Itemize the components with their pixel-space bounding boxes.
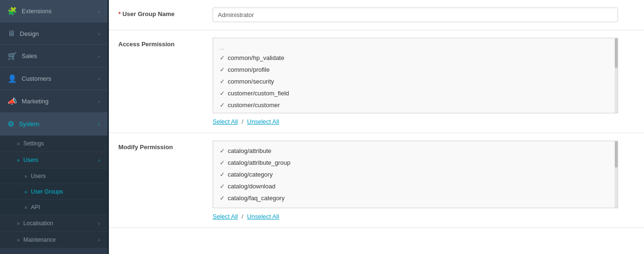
modify-select-all-link[interactable]: Select All <box>213 213 238 220</box>
user-group-name-label-text: User Group Name <box>123 10 175 17</box>
sidebar: 🧩 Extensions › 🖥 Design › 🛒 Sales › 👤 Cu… <box>0 0 107 254</box>
modify-permission-inner: Modify Permission ✓ catalog/attribute ✓ … <box>118 141 635 220</box>
scrollbar-thumb[interactable] <box>615 38 618 68</box>
sidebar-sub2-item-users[interactable]: » Users <box>0 169 107 184</box>
list-item: ✓ catalog/category <box>213 169 618 180</box>
users-dot-icon: » <box>25 174 27 179</box>
modify-permission-item-text: catalog/attribute <box>228 147 272 154</box>
user-group-name-wrapper <box>213 8 635 22</box>
extensions-icon: 🧩 <box>8 7 17 16</box>
check-icon: ✓ <box>220 78 225 85</box>
modify-unselect-all-link[interactable]: Unselect All <box>247 213 279 220</box>
sales-icon: 🛒 <box>8 51 17 60</box>
users-expand-arrow-icon: › <box>98 157 100 163</box>
user-groups-dot-icon: » <box>25 189 27 195</box>
check-icon: ✓ <box>220 54 225 61</box>
marketing-icon: 📣 <box>8 97 17 106</box>
sidebar-sub-item-settings-label: Settings <box>24 140 44 147</box>
sidebar-sub2-item-user-groups[interactable]: » User Groups <box>0 184 107 200</box>
sidebar-sub-item-maintenance[interactable]: » Maintenance › <box>0 232 107 248</box>
modify-permission-item-text: catalog/category <box>228 171 272 178</box>
modify-permission-section: Modify Permission ✓ catalog/attribute ✓ … <box>109 133 644 228</box>
customers-arrow-icon: › <box>98 76 100 82</box>
sidebar-sub-item-settings[interactable]: » Settings <box>0 135 107 152</box>
sidebar-sub2-item-users-label: Users <box>31 173 46 179</box>
list-item: ✓ catalog/attribute <box>213 145 618 157</box>
maintenance-dot-icon: » <box>17 237 20 243</box>
settings-dot-icon: » <box>17 141 20 146</box>
user-group-name-row: * User Group Name <box>109 0 644 30</box>
sidebar-item-extensions-label: Extensions <box>22 8 52 15</box>
sidebar-item-sales-label: Sales <box>22 52 37 59</box>
sidebar-item-system[interactable]: ⚙ System › <box>0 113 107 135</box>
sidebar-sub-item-localisation[interactable]: » Localisation › <box>0 215 107 232</box>
modify-permission-item-text: catalog/attribute_group <box>228 159 290 166</box>
list-item: ✓ customer/custom_field <box>213 87 618 99</box>
users-submenu: » Users » User Groups » API <box>0 169 107 215</box>
access-select-all-link[interactable]: Select All <box>213 118 238 125</box>
check-icon: ✓ <box>220 159 225 166</box>
access-permission-actions: Select All / Unselect All <box>213 118 635 125</box>
list-item: ✓ catalog/faq_category <box>213 192 618 204</box>
sidebar-sub-item-maintenance-label: Maintenance <box>24 237 56 243</box>
list-item: ✓ common/hp_validate <box>213 52 618 64</box>
check-icon: ✓ <box>220 147 225 154</box>
modify-permission-wrapper: ✓ catalog/attribute ✓ catalog/attribute_… <box>213 141 635 220</box>
api-dot-icon: » <box>25 205 27 210</box>
system-arrow-icon: › <box>98 121 100 127</box>
localisation-dot-icon: » <box>17 221 20 226</box>
sales-arrow-icon: › <box>98 53 100 59</box>
check-icon: ✓ <box>220 90 225 97</box>
sidebar-item-customers[interactable]: 👤 Customers › <box>0 68 107 90</box>
marketing-arrow-icon: › <box>98 99 100 104</box>
check-icon: ✓ <box>220 183 225 190</box>
scrollbar-track <box>615 141 618 208</box>
sidebar-sub-item-users-parent[interactable]: » Users › <box>0 152 107 169</box>
sidebar-item-sales[interactable]: 🛒 Sales › <box>0 45 107 68</box>
sidebar-sub2-item-api[interactable]: » API <box>0 200 107 215</box>
access-permission-wrapper: ... ✓ common/hp_validate ✓ common/profil… <box>213 38 635 125</box>
required-star: * <box>118 10 123 17</box>
extensions-arrow-icon: › <box>98 8 100 14</box>
sidebar-item-customers-label: Customers <box>22 75 51 82</box>
design-arrow-icon: › <box>98 31 100 36</box>
list-item: ✓ customer/customer <box>213 99 618 111</box>
sidebar-sub-item-users-parent-label: Users <box>24 157 38 163</box>
modify-permission-label: Modify Permission <box>118 141 213 151</box>
sidebar-item-extensions[interactable]: 🧩 Extensions › <box>0 0 107 23</box>
check-icon: ✓ <box>220 195 225 202</box>
access-separator: / <box>241 118 243 125</box>
sidebar-item-marketing[interactable]: 📣 Marketing › <box>0 90 107 113</box>
scrollbar-thumb[interactable] <box>615 141 618 168</box>
user-group-name-input[interactable] <box>213 8 618 22</box>
access-permission-item-text: common/security <box>228 78 274 85</box>
system-submenu: » Settings » Users › » Users » User Grou… <box>0 135 107 248</box>
system-icon: ⚙ <box>8 119 14 128</box>
access-permission-section: Access Permission ... ✓ common/hp_valida… <box>109 30 644 133</box>
access-unselect-all-link[interactable]: Unselect All <box>247 118 279 125</box>
sidebar-item-marketing-label: Marketing <box>22 98 49 105</box>
modify-permission-item-text: catalog/download <box>228 183 275 190</box>
sidebar-sub2-item-user-groups-label: User Groups <box>31 188 63 195</box>
maintenance-arrow-icon: › <box>98 237 100 243</box>
modify-permission-actions: Select All / Unselect All <box>213 213 635 220</box>
sidebar-sub-item-localisation-label: Localisation <box>24 220 53 227</box>
customers-icon: 👤 <box>8 74 17 83</box>
user-group-name-label: * User Group Name <box>118 8 213 17</box>
list-item: ✓ common/security <box>213 76 618 87</box>
list-item: ✓ common/profile <box>213 64 618 76</box>
sidebar-item-system-label: System <box>19 120 39 127</box>
access-permission-item-text: customer/custom_field <box>228 90 289 97</box>
partial-item-text: ... <box>220 44 224 51</box>
access-permission-item-text: common/hp_validate <box>228 54 284 61</box>
access-permission-box[interactable]: ... ✓ common/hp_validate ✓ common/profil… <box>213 38 618 113</box>
sidebar-sub2-item-api-label: API <box>31 204 40 211</box>
check-icon: ✓ <box>220 171 225 178</box>
sidebar-item-design[interactable]: 🖥 Design › <box>0 23 107 45</box>
modify-separator: / <box>241 213 243 220</box>
users-expand-dot-icon: » <box>17 158 20 163</box>
list-item: ... <box>213 42 618 52</box>
design-icon: 🖥 <box>8 29 15 38</box>
check-icon: ✓ <box>220 102 225 109</box>
modify-permission-box[interactable]: ✓ catalog/attribute ✓ catalog/attribute_… <box>213 141 618 208</box>
